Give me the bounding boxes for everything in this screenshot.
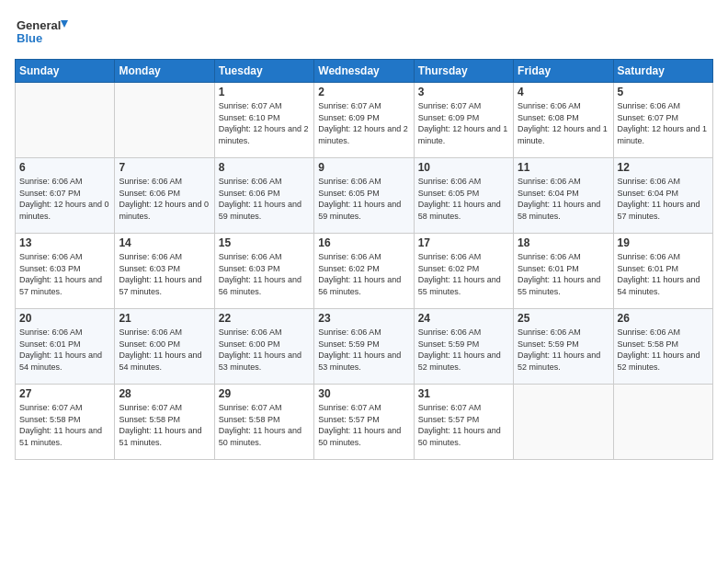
calendar-day-cell: [613, 385, 712, 460]
day-info: Sunrise: 6:06 AM Sunset: 6:07 PM Dayligh…: [19, 176, 110, 222]
calendar-day-cell: 9Sunrise: 6:06 AM Sunset: 6:05 PM Daylig…: [314, 158, 414, 234]
header: General Blue: [15, 15, 713, 48]
calendar-header-tuesday: Tuesday: [214, 60, 313, 83]
svg-text:Blue: Blue: [17, 31, 42, 45]
day-number: 16: [318, 236, 409, 249]
calendar-day-cell: 26Sunrise: 6:06 AM Sunset: 5:58 PM Dayli…: [613, 309, 712, 385]
calendar-week-row: 13Sunrise: 6:06 AM Sunset: 6:03 PM Dayli…: [16, 234, 713, 309]
day-number: 24: [418, 312, 509, 325]
day-number: 12: [618, 161, 709, 174]
day-number: 21: [119, 312, 210, 325]
calendar-week-row: 1Sunrise: 6:07 AM Sunset: 6:10 PM Daylig…: [16, 83, 713, 158]
calendar-header-saturday: Saturday: [613, 60, 712, 83]
calendar-day-cell: [514, 385, 613, 460]
day-number: 30: [318, 387, 409, 400]
calendar-day-cell: 17Sunrise: 6:06 AM Sunset: 6:02 PM Dayli…: [414, 234, 513, 309]
day-number: 26: [618, 312, 709, 325]
day-number: 10: [418, 161, 509, 174]
calendar-day-cell: 10Sunrise: 6:06 AM Sunset: 6:05 PM Dayli…: [414, 158, 513, 234]
day-info: Sunrise: 6:06 AM Sunset: 6:04 PM Dayligh…: [618, 176, 709, 222]
day-number: 23: [318, 312, 409, 325]
svg-marker-2: [61, 20, 68, 28]
day-info: Sunrise: 6:06 AM Sunset: 6:08 PM Dayligh…: [518, 100, 609, 146]
calendar-day-cell: 22Sunrise: 6:06 AM Sunset: 6:00 PM Dayli…: [214, 309, 313, 385]
calendar-day-cell: 27Sunrise: 6:07 AM Sunset: 5:58 PM Dayli…: [16, 385, 115, 460]
day-info: Sunrise: 6:07 AM Sunset: 6:09 PM Dayligh…: [318, 100, 409, 146]
day-number: 15: [219, 236, 310, 249]
day-info: Sunrise: 6:06 AM Sunset: 6:06 PM Dayligh…: [219, 176, 310, 222]
day-info: Sunrise: 6:07 AM Sunset: 5:57 PM Dayligh…: [318, 402, 409, 448]
day-info: Sunrise: 6:06 AM Sunset: 6:03 PM Dayligh…: [119, 251, 210, 297]
day-number: 19: [618, 236, 709, 249]
day-info: Sunrise: 6:07 AM Sunset: 5:57 PM Dayligh…: [418, 402, 509, 448]
day-number: 9: [318, 161, 409, 174]
svg-text:General: General: [17, 18, 61, 32]
day-number: 8: [219, 161, 310, 174]
calendar-day-cell: 14Sunrise: 6:06 AM Sunset: 6:03 PM Dayli…: [115, 234, 214, 309]
day-number: 3: [418, 86, 509, 98]
calendar-day-cell: 25Sunrise: 6:06 AM Sunset: 5:59 PM Dayli…: [514, 309, 613, 385]
day-info: Sunrise: 6:07 AM Sunset: 6:10 PM Dayligh…: [219, 100, 310, 146]
day-number: 20: [19, 312, 110, 325]
day-info: Sunrise: 6:06 AM Sunset: 6:00 PM Dayligh…: [219, 327, 310, 373]
day-number: 18: [518, 236, 609, 249]
calendar-header-thursday: Thursday: [414, 60, 513, 83]
day-number: 7: [119, 161, 210, 174]
day-number: 28: [119, 387, 210, 400]
calendar-day-cell: 2Sunrise: 6:07 AM Sunset: 6:09 PM Daylig…: [314, 83, 414, 158]
day-number: 11: [518, 161, 609, 174]
day-info: Sunrise: 6:06 AM Sunset: 5:58 PM Dayligh…: [618, 327, 709, 373]
calendar-day-cell: 7Sunrise: 6:06 AM Sunset: 6:06 PM Daylig…: [115, 158, 214, 234]
calendar-week-row: 27Sunrise: 6:07 AM Sunset: 5:58 PM Dayli…: [16, 385, 713, 460]
day-info: Sunrise: 6:07 AM Sunset: 5:58 PM Dayligh…: [19, 402, 110, 448]
calendar-day-cell: 13Sunrise: 6:06 AM Sunset: 6:03 PM Dayli…: [16, 234, 115, 309]
day-number: 17: [418, 236, 509, 249]
calendar-day-cell: 20Sunrise: 6:06 AM Sunset: 6:01 PM Dayli…: [16, 309, 115, 385]
page: General Blue SundayMondayTuesdayWednesda…: [0, 0, 728, 563]
day-number: 14: [119, 236, 210, 249]
day-info: Sunrise: 6:06 AM Sunset: 6:03 PM Dayligh…: [19, 251, 110, 297]
calendar-week-row: 6Sunrise: 6:06 AM Sunset: 6:07 PM Daylig…: [16, 158, 713, 234]
calendar-day-cell: 15Sunrise: 6:06 AM Sunset: 6:03 PM Dayli…: [214, 234, 313, 309]
calendar-day-cell: 31Sunrise: 6:07 AM Sunset: 5:57 PM Dayli…: [414, 385, 513, 460]
day-info: Sunrise: 6:06 AM Sunset: 6:05 PM Dayligh…: [318, 176, 409, 222]
calendar-day-cell: [16, 83, 115, 158]
calendar-day-cell: 8Sunrise: 6:06 AM Sunset: 6:06 PM Daylig…: [214, 158, 313, 234]
day-info: Sunrise: 6:07 AM Sunset: 5:58 PM Dayligh…: [219, 402, 310, 448]
day-number: 2: [318, 86, 409, 98]
day-info: Sunrise: 6:06 AM Sunset: 6:00 PM Dayligh…: [119, 327, 210, 373]
calendar-day-cell: 18Sunrise: 6:06 AM Sunset: 6:01 PM Dayli…: [514, 234, 613, 309]
calendar-day-cell: 30Sunrise: 6:07 AM Sunset: 5:57 PM Dayli…: [314, 385, 414, 460]
day-number: 6: [19, 161, 110, 174]
day-number: 4: [518, 86, 609, 98]
day-number: 29: [219, 387, 310, 400]
day-info: Sunrise: 6:06 AM Sunset: 5:59 PM Dayligh…: [418, 327, 509, 373]
calendar-day-cell: 5Sunrise: 6:06 AM Sunset: 6:07 PM Daylig…: [613, 83, 712, 158]
day-info: Sunrise: 6:07 AM Sunset: 6:09 PM Dayligh…: [418, 100, 509, 146]
calendar-day-cell: 28Sunrise: 6:07 AM Sunset: 5:58 PM Dayli…: [115, 385, 214, 460]
day-info: Sunrise: 6:06 AM Sunset: 6:01 PM Dayligh…: [19, 327, 110, 373]
calendar-day-cell: 4Sunrise: 6:06 AM Sunset: 6:08 PM Daylig…: [514, 83, 613, 158]
day-info: Sunrise: 6:06 AM Sunset: 6:02 PM Dayligh…: [318, 251, 409, 297]
day-number: 1: [219, 86, 310, 98]
day-info: Sunrise: 6:06 AM Sunset: 6:06 PM Dayligh…: [119, 176, 210, 222]
day-number: 31: [418, 387, 509, 400]
calendar-day-cell: 29Sunrise: 6:07 AM Sunset: 5:58 PM Dayli…: [214, 385, 313, 460]
calendar-day-cell: 19Sunrise: 6:06 AM Sunset: 6:01 PM Dayli…: [613, 234, 712, 309]
day-info: Sunrise: 6:06 AM Sunset: 6:03 PM Dayligh…: [219, 251, 310, 297]
day-info: Sunrise: 6:06 AM Sunset: 5:59 PM Dayligh…: [318, 327, 409, 373]
calendar-day-cell: 1Sunrise: 6:07 AM Sunset: 6:10 PM Daylig…: [214, 83, 313, 158]
calendar-day-cell: 12Sunrise: 6:06 AM Sunset: 6:04 PM Dayli…: [613, 158, 712, 234]
calendar-day-cell: 24Sunrise: 6:06 AM Sunset: 5:59 PM Dayli…: [414, 309, 513, 385]
day-info: Sunrise: 6:06 AM Sunset: 6:04 PM Dayligh…: [518, 176, 609, 222]
day-number: 27: [19, 387, 110, 400]
day-info: Sunrise: 6:06 AM Sunset: 6:01 PM Dayligh…: [618, 251, 709, 297]
day-info: Sunrise: 6:06 AM Sunset: 6:01 PM Dayligh…: [518, 251, 609, 297]
calendar-day-cell: 3Sunrise: 6:07 AM Sunset: 6:09 PM Daylig…: [414, 83, 513, 158]
calendar-header-wednesday: Wednesday: [314, 60, 414, 83]
day-number: 5: [618, 86, 709, 98]
day-number: 13: [19, 236, 110, 249]
day-info: Sunrise: 6:06 AM Sunset: 6:05 PM Dayligh…: [418, 176, 509, 222]
calendar-header-friday: Friday: [514, 60, 613, 83]
day-number: 25: [518, 312, 609, 325]
